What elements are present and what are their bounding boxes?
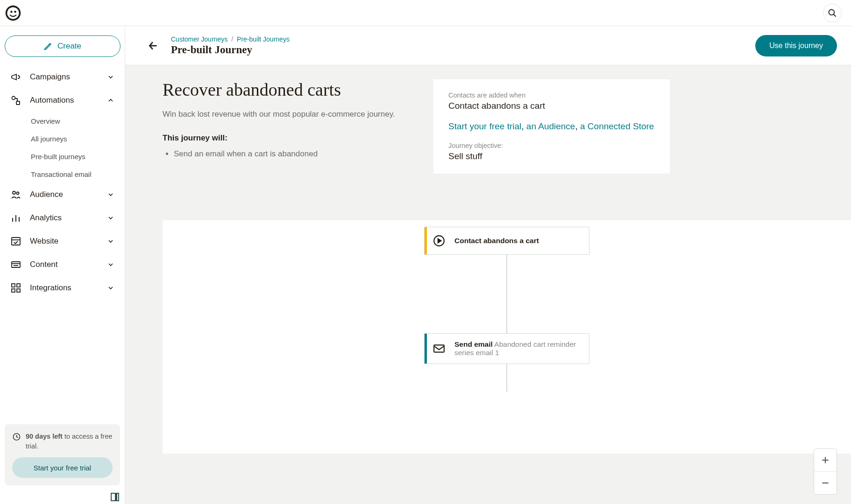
analytics-icon [10, 212, 21, 224]
svg-rect-19 [17, 284, 20, 287]
journey-node-trigger[interactable]: Contact abandons a cart [424, 227, 589, 255]
svg-point-8 [13, 191, 15, 194]
svg-rect-20 [12, 289, 15, 292]
create-button-label: Create [57, 42, 81, 51]
mailchimp-logo [5, 5, 21, 21]
nav-sub-all-journeys[interactable]: All journeys [31, 130, 121, 147]
megaphone-icon [10, 71, 21, 83]
integrations-icon [10, 282, 21, 294]
journey-description: Win back lost revenue with our most popu… [163, 108, 415, 120]
svg-rect-24 [434, 345, 444, 352]
panel-links: Start your free trial, an Audience, a Co… [448, 121, 655, 132]
svg-point-6 [12, 97, 15, 100]
chevron-down-icon [107, 261, 114, 268]
chevron-down-icon [107, 238, 114, 245]
svg-rect-18 [12, 284, 15, 287]
svg-point-2 [10, 11, 13, 13]
audience-icon [10, 189, 21, 200]
collapse-sidebar-icon[interactable] [111, 493, 119, 501]
nav-label: Campaigns [30, 72, 107, 82]
mail-icon [433, 343, 445, 355]
zoom-out-button[interactable] [814, 472, 837, 494]
nav-sub-transactional-email[interactable]: Transactional email [31, 165, 121, 183]
website-icon [10, 236, 21, 247]
chevron-down-icon [107, 214, 114, 222]
nav-item-analytics[interactable]: Analytics [4, 206, 121, 230]
plus-icon [821, 455, 830, 465]
use-journey-button[interactable]: Use this journey [755, 35, 837, 56]
journey-info: Recover abandoned carts Win back lost re… [125, 79, 415, 174]
nav-item-audience[interactable]: Audience [4, 183, 121, 206]
nav-label: Audience [30, 190, 107, 199]
minus-icon [821, 478, 830, 488]
nav-item-website[interactable]: Website [4, 230, 121, 253]
nav-label: Website [30, 237, 107, 246]
svg-rect-15 [12, 262, 20, 267]
breadcrumb: Customer Journeys / Pre-built Journeys [171, 35, 755, 43]
nav-subitems-automations: Overview All journeys Pre-built journeys… [4, 112, 121, 183]
journey-will-list: Send an email when a cart is abandoned [163, 149, 415, 159]
node-connector [506, 364, 507, 392]
breadcrumb-link[interactable]: Pre-built Journeys [237, 35, 290, 43]
svg-point-9 [17, 192, 19, 195]
objective-label: Journey objective: [448, 142, 655, 149]
nav-label: Analytics [30, 213, 107, 223]
contacts-label: Contacts are added when [448, 91, 655, 99]
back-button[interactable] [144, 36, 163, 55]
page-title: Pre-built Journey [171, 44, 755, 56]
trial-card: 90 days left to access a free trial. Sta… [5, 424, 120, 485]
chevron-down-icon [107, 284, 114, 292]
zoom-controls [814, 448, 837, 495]
svg-point-1 [7, 7, 19, 19]
nav-sub-prebuilt-journeys[interactable]: Pre-built journeys [31, 147, 121, 165]
svg-rect-21 [17, 289, 20, 292]
clock-icon [12, 432, 21, 442]
node-accent [425, 334, 427, 364]
start-trial-button[interactable]: Start your free trial [12, 457, 113, 478]
search-button[interactable] [823, 4, 842, 22]
nav-label: Integrations [30, 283, 107, 293]
journey-title: Recover abandoned carts [163, 79, 415, 100]
journey-will-heading: This journey will: [163, 133, 415, 143]
journey-panel: Contacts are added when Contact abandons… [433, 79, 670, 174]
content-area: Recover abandoned carts Win back lost re… [125, 65, 851, 504]
topbar [0, 0, 851, 26]
trial-text: 90 days left to access a free trial. [26, 432, 113, 451]
content-icon [10, 259, 21, 270]
nav-item-campaigns[interactable]: Campaigns [4, 65, 121, 89]
nav-sub-overview[interactable]: Overview [31, 112, 121, 130]
journey-will-item: Send an email when a cart is abandoned [174, 149, 415, 159]
nav-item-automations[interactable]: Automations [4, 89, 121, 112]
breadcrumb-link[interactable]: Customer Journeys [171, 35, 227, 43]
chevron-up-icon [107, 97, 114, 104]
chevron-down-icon [107, 191, 114, 198]
journey-node-action[interactable]: Send email Abandoned cart reminder serie… [424, 333, 589, 364]
contacts-value: Contact abandons a cart [448, 101, 655, 111]
node-text: Send email Abandoned cart reminder serie… [454, 340, 581, 357]
page-header: Customer Journeys / Pre-built Journeys P… [125, 26, 851, 65]
journey-canvas[interactable]: Contact abandons a cart Send email Aband… [163, 220, 851, 454]
nav-label: Content [30, 260, 107, 269]
svg-point-3 [14, 11, 16, 13]
node-text: Contact abandons a cart [454, 237, 539, 245]
start-trial-link[interactable]: Start your free trial [448, 121, 521, 131]
chevron-down-icon [107, 73, 114, 81]
connected-store-link[interactable]: a Connected Store [580, 121, 654, 131]
svg-rect-13 [12, 238, 20, 245]
sidebar-footer [0, 490, 125, 504]
svg-line-5 [834, 14, 836, 16]
nav-item-content[interactable]: Content [4, 253, 121, 276]
nav-label: Automations [30, 96, 107, 105]
search-icon [828, 8, 837, 18]
main: Customer Journeys / Pre-built Journeys P… [125, 26, 851, 504]
svg-point-4 [829, 9, 835, 15]
automation-icon [10, 95, 21, 106]
create-button[interactable]: Create [5, 35, 121, 57]
node-connector [506, 255, 507, 333]
play-circle-icon [433, 235, 445, 247]
pencil-icon [43, 42, 53, 51]
nav-item-integrations[interactable]: Integrations [4, 276, 121, 300]
audience-link[interactable]: an Audience [526, 121, 575, 131]
objective-value: Sell stuff [448, 151, 655, 161]
zoom-in-button[interactable] [814, 449, 837, 471]
